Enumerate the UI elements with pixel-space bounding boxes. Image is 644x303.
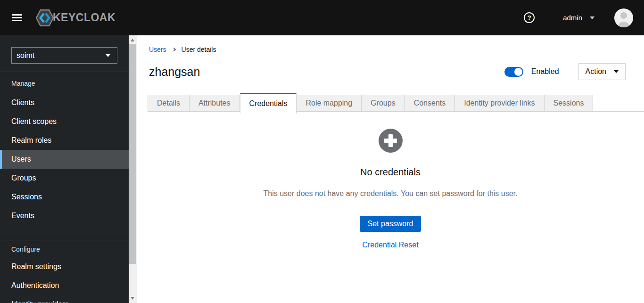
action-dropdown[interactable]: Action: [578, 63, 626, 80]
set-password-button[interactable]: Set password: [360, 216, 421, 232]
tab-sessions[interactable]: Sessions: [545, 95, 594, 111]
tab-credentials[interactable]: Credentials: [240, 93, 297, 114]
sidebar-item-identity-providers[interactable]: Identity providers: [0, 295, 129, 303]
chevron-right-icon: [172, 48, 175, 51]
sidebar-item-realm-settings[interactable]: Realm settings: [0, 257, 129, 276]
sidebar-item-client-scopes[interactable]: Client scopes: [0, 112, 129, 131]
scroll-down-icon[interactable]: [131, 297, 134, 300]
keycloak-logo: KEYCLOAK: [35, 8, 116, 27]
realm-selector[interactable]: soimt: [11, 47, 117, 64]
chevron-down-icon: [106, 54, 110, 57]
credential-reset-link[interactable]: Credential Reset: [137, 241, 644, 249]
hamburger-menu-icon[interactable]: [12, 14, 22, 21]
keycloak-hexagon-icon: [35, 8, 54, 27]
sidebar-nav: soimt Manage Clients Client scopes Realm…: [0, 35, 129, 303]
chevron-down-icon: [614, 70, 619, 73]
nav-section-manage: Manage: [0, 72, 129, 93]
empty-state-description: This user does not have any credentials.…: [137, 189, 644, 198]
breadcrumb-current: User details: [182, 46, 216, 53]
tab-identity-provider-links[interactable]: Identity provider links: [455, 95, 544, 111]
sidebar-scrollbar[interactable]: [129, 35, 137, 303]
tab-attributes[interactable]: Attributes: [190, 95, 240, 111]
breadcrumb: Users User details: [137, 35, 644, 53]
nav-section-configure: Configure: [0, 240, 129, 257]
enabled-toggle[interactable]: [504, 67, 523, 77]
username-menu[interactable]: admin: [563, 14, 582, 22]
main-content: Users User details zhangsan Enabled Acti…: [137, 35, 644, 303]
tab-role-mapping[interactable]: Role mapping: [297, 95, 362, 111]
plus-circle-icon: [379, 129, 403, 153]
sidebar-item-events[interactable]: Events: [0, 206, 129, 225]
sidebar-item-realm-roles[interactable]: Realm roles: [0, 131, 129, 150]
masthead: KEYCLOAK ? admin: [0, 0, 644, 35]
scroll-up-icon[interactable]: [131, 39, 134, 41]
tab-bar: Details Attributes Credentials Role mapp…: [148, 93, 644, 112]
page-title: zhangsan: [149, 65, 200, 79]
tab-groups[interactable]: Groups: [362, 95, 405, 111]
realm-name: soimt: [17, 51, 34, 60]
tab-consents[interactable]: Consents: [405, 95, 455, 111]
sidebar-item-users[interactable]: Users: [0, 150, 129, 169]
enabled-label: Enabled: [531, 67, 559, 76]
brand-text: KEYCLOAK: [53, 11, 116, 24]
sidebar-item-groups[interactable]: Groups: [0, 169, 129, 188]
sidebar-item-clients[interactable]: Clients: [0, 93, 129, 112]
empty-state: No credentials This user does not have a…: [137, 129, 644, 249]
avatar[interactable]: [614, 8, 633, 27]
tab-details[interactable]: Details: [148, 95, 190, 111]
action-dropdown-label: Action: [586, 67, 606, 76]
sidebar-item-sessions[interactable]: Sessions: [0, 188, 129, 206]
scrollbar-thumb[interactable]: [129, 44, 136, 264]
breadcrumb-link-users[interactable]: Users: [149, 46, 166, 53]
chevron-down-icon[interactable]: [590, 16, 594, 19]
help-icon[interactable]: ?: [524, 12, 535, 23]
empty-state-title: No credentials: [137, 167, 644, 178]
sidebar-item-authentication[interactable]: Authentication: [0, 276, 129, 295]
